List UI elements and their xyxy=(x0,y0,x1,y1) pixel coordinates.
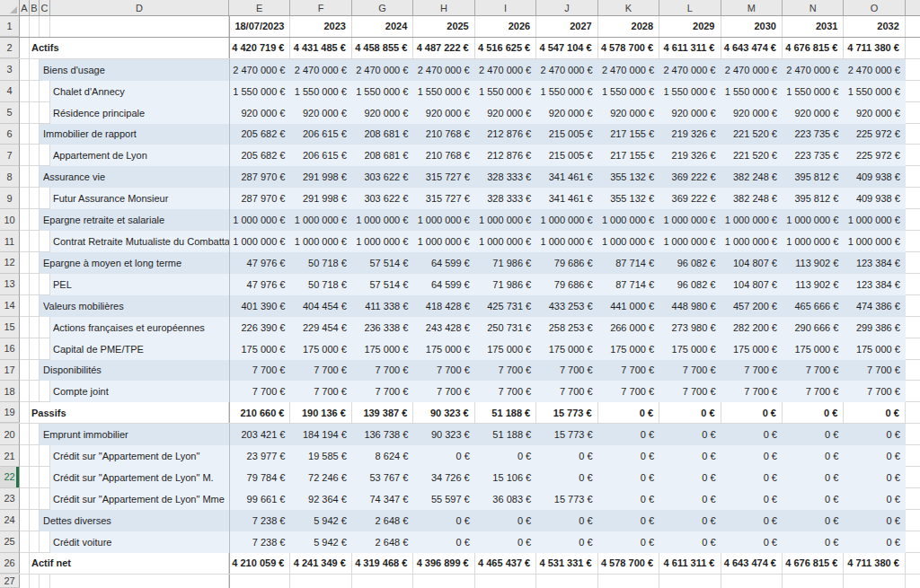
cell[interactable]: 1 000 000 € xyxy=(783,231,844,252)
cell[interactable]: 219 326 € xyxy=(659,145,721,166)
cell[interactable]: 457 200 € xyxy=(721,295,783,317)
cell[interactable] xyxy=(783,575,844,588)
cell[interactable]: 4 210 059 € xyxy=(229,553,290,574)
cell[interactable]: 0 € xyxy=(659,488,721,510)
cell[interactable] xyxy=(352,575,413,588)
cell[interactable]: 7 700 € xyxy=(229,360,290,382)
cell[interactable] xyxy=(906,231,920,252)
row-header-21[interactable]: 21 xyxy=(0,445,20,467)
cell[interactable]: 99 661 € xyxy=(229,488,290,510)
cell-label[interactable]: Résidence principale xyxy=(50,102,229,124)
row-header-13[interactable]: 13 xyxy=(0,274,20,295)
cell[interactable]: 7 700 € xyxy=(844,360,905,382)
cell[interactable]: 465 666 € xyxy=(783,295,844,317)
cell[interactable]: 1 000 000 € xyxy=(721,209,783,231)
cell[interactable] xyxy=(20,38,30,58)
cell[interactable] xyxy=(20,124,30,145)
cell[interactable] xyxy=(20,188,30,209)
cell[interactable] xyxy=(20,575,30,588)
cell[interactable]: 208 681 € xyxy=(352,124,413,145)
cell[interactable] xyxy=(20,274,30,295)
cell[interactable] xyxy=(906,445,920,467)
cell[interactable]: 1 000 000 € xyxy=(229,231,290,252)
cell[interactable]: 175 000 € xyxy=(536,338,597,360)
cell[interactable]: 4 241 349 € xyxy=(290,553,351,574)
row-header-9[interactable]: 9 xyxy=(0,188,20,209)
cell[interactable]: 4 458 855 € xyxy=(352,38,413,58)
cell[interactable]: 47 976 € xyxy=(229,274,290,295)
cell-label[interactable]: Disponibilités xyxy=(40,360,229,382)
cell-year[interactable]: 2024 xyxy=(352,16,413,37)
cell[interactable] xyxy=(30,531,40,553)
cell[interactable]: 920 000 € xyxy=(413,102,474,124)
cell[interactable]: 1 000 000 € xyxy=(598,209,659,231)
cell[interactable] xyxy=(20,424,30,445)
cell[interactable] xyxy=(40,575,50,588)
column-header-N[interactable]: N xyxy=(783,0,844,15)
cell[interactable]: 4 676 815 € xyxy=(783,553,844,574)
cell[interactable]: 7 700 € xyxy=(721,381,783,402)
cell[interactable] xyxy=(906,274,920,295)
cell[interactable]: 1 000 000 € xyxy=(475,209,536,231)
cell[interactable]: 291 998 € xyxy=(290,188,351,209)
cell[interactable] xyxy=(40,145,50,166)
cell[interactable]: 36 083 € xyxy=(475,488,536,510)
cell-label[interactable]: Actifs xyxy=(30,38,229,58)
cell[interactable]: 2 648 € xyxy=(352,531,413,553)
cell[interactable] xyxy=(20,59,30,81)
cell[interactable] xyxy=(20,531,30,553)
cell[interactable]: 0 € xyxy=(844,488,905,510)
cell[interactable]: 7 700 € xyxy=(475,360,536,382)
cell[interactable]: 4 487 222 € xyxy=(413,38,474,58)
cell-label[interactable]: Capital de PME/TPE xyxy=(50,338,229,360)
cell[interactable]: 15 773 € xyxy=(536,488,597,510)
cell-label[interactable]: Compte joint xyxy=(50,381,229,402)
cell[interactable]: 74 347 € xyxy=(352,488,413,510)
cell[interactable]: 0 € xyxy=(598,467,659,488)
cell[interactable]: 71 986 € xyxy=(475,252,536,274)
cell[interactable] xyxy=(20,553,30,574)
cell[interactable]: 236 338 € xyxy=(352,317,413,338)
row-header-6[interactable]: 6 xyxy=(0,124,20,145)
cell[interactable]: 2 470 000 € xyxy=(598,59,659,81)
cell[interactable]: 7 238 € xyxy=(229,531,290,553)
cell[interactable] xyxy=(30,124,40,145)
row-header-16[interactable]: 16 xyxy=(0,338,20,360)
row-header-24[interactable]: 24 xyxy=(0,510,20,531)
cell[interactable]: 1 550 000 € xyxy=(229,81,290,102)
cell[interactable]: 190 136 € xyxy=(290,402,351,423)
cell[interactable]: 411 338 € xyxy=(352,295,413,317)
cell[interactable] xyxy=(906,81,920,102)
cell[interactable]: 341 461 € xyxy=(536,166,597,188)
cell[interactable]: 355 132 € xyxy=(598,188,659,209)
cell[interactable]: 2 470 000 € xyxy=(844,59,905,81)
cell[interactable] xyxy=(906,188,920,209)
column-header-H[interactable]: H xyxy=(413,0,474,15)
cell[interactable]: 205 682 € xyxy=(229,145,290,166)
cell[interactable] xyxy=(40,531,50,553)
cell[interactable]: 5 942 € xyxy=(290,531,351,553)
cell[interactable]: 920 000 € xyxy=(536,102,597,124)
cell[interactable] xyxy=(20,381,30,402)
cell[interactable]: 1 550 000 € xyxy=(783,81,844,102)
cell[interactable]: 79 686 € xyxy=(536,252,597,274)
cell[interactable]: 0 € xyxy=(783,467,844,488)
cell[interactable]: 1 000 000 € xyxy=(598,231,659,252)
cell[interactable]: 4 547 104 € xyxy=(536,38,597,58)
cell[interactable]: 221 520 € xyxy=(721,124,783,145)
cell[interactable]: 369 222 € xyxy=(659,166,721,188)
cell[interactable]: 5 942 € xyxy=(290,510,351,531)
cell[interactable] xyxy=(30,488,40,510)
cell[interactable] xyxy=(30,338,40,360)
cell[interactable] xyxy=(40,445,50,467)
cell[interactable] xyxy=(20,402,30,423)
cell[interactable]: 4 676 815 € xyxy=(783,38,844,58)
cell-label[interactable]: Dettes diverses xyxy=(40,510,229,531)
cell[interactable]: 7 700 € xyxy=(536,360,597,382)
cell[interactable] xyxy=(30,81,40,102)
cell[interactable]: 184 194 € xyxy=(290,424,351,445)
column-header-A[interactable]: A xyxy=(20,0,30,15)
cell[interactable]: 175 000 € xyxy=(475,338,536,360)
row-header-2[interactable]: 2 xyxy=(0,38,20,58)
cell[interactable]: 206 615 € xyxy=(290,124,351,145)
